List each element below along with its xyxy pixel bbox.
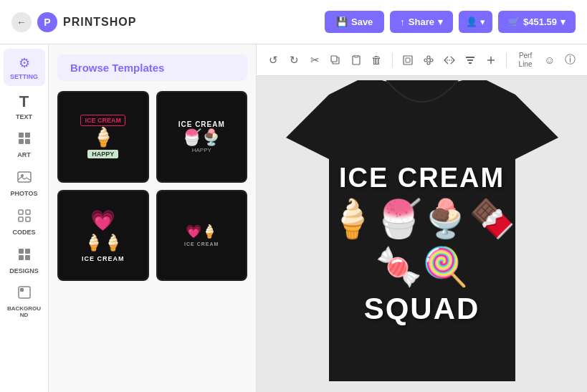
svg-rect-20 — [404, 56, 412, 64]
user-icon: 👤 — [466, 16, 477, 27]
flip-button[interactable] — [441, 50, 457, 70]
main-area: ⚙ SETTING T TEXT ART — [0, 44, 587, 392]
svg-rect-7 — [26, 210, 30, 214]
save-button[interactable]: 💾 Save — [325, 11, 384, 33]
svg-rect-8 — [19, 217, 23, 221]
header-right: 💾 Save ↑ Share ▾ 👤 ▾ 🛒 $451.59 ▾ — [325, 11, 576, 33]
tshirt-icons: 🍦🍧🍨🍫🍬🍭 — [322, 195, 522, 292]
emoji-button[interactable]: ☺ — [541, 50, 558, 70]
toolbar: ↺ ↻ ✂ 🗑 — [257, 44, 587, 76]
tshirt-squad: SQUAD — [364, 292, 480, 326]
svg-point-25 — [427, 62, 430, 64]
cut-button[interactable]: ✂ — [307, 50, 323, 70]
sidebar-label-background: BACKGROU ND — [6, 305, 42, 318]
cart-dropdown-icon: ▾ — [560, 16, 565, 27]
background-icon — [17, 285, 32, 303]
group-button[interactable] — [421, 50, 437, 70]
svg-rect-17 — [331, 56, 337, 62]
share-label: Share — [409, 16, 434, 27]
toolbar-separator-2 — [506, 53, 507, 67]
svg-point-24 — [430, 59, 433, 62]
svg-point-5 — [21, 174, 24, 177]
logo-text: PRINTSHOP — [63, 16, 136, 29]
svg-rect-13 — [25, 255, 30, 260]
svg-rect-2 — [19, 139, 24, 144]
designs-icon — [17, 247, 32, 265]
sidebar-label-designs: DESIGNS — [9, 267, 39, 274]
svg-rect-1 — [25, 133, 30, 138]
sidebar-item-text[interactable]: T TEXT — [4, 87, 45, 125]
browse-templates-button[interactable]: Browse Templates — [57, 54, 247, 81]
copy-button[interactable] — [327, 50, 343, 70]
svg-rect-29 — [469, 62, 472, 64]
save-icon: 💾 — [336, 16, 348, 27]
templates-panel: Browse Templates ICE CREAM 🍦 HAPPY ICE C… — [49, 44, 257, 392]
sidebar-label-photos: PHOTOS — [11, 190, 38, 197]
sidebar-item-art[interactable]: ART — [4, 126, 45, 163]
border-button[interactable] — [400, 50, 416, 70]
template-grid: ICE CREAM 🍦 HAPPY ICE CREAM 🍧🍨 HAPPY — [57, 91, 247, 281]
svg-rect-27 — [466, 57, 474, 58]
template-card-4[interactable]: 💗🍦 ICE CREAM — [156, 190, 248, 282]
svg-rect-0 — [19, 133, 24, 138]
align-button[interactable] — [462, 50, 478, 70]
user-button[interactable]: 👤 ▾ — [459, 11, 492, 33]
codes-icon — [17, 209, 32, 226]
svg-rect-19 — [354, 55, 358, 57]
tshirt-title: ICE CREAM — [339, 163, 505, 193]
svg-rect-11 — [25, 249, 30, 254]
svg-rect-15 — [20, 288, 24, 292]
user-dropdown-icon: ▾ — [480, 16, 485, 27]
sidebar-item-designs[interactable]: DESIGNS — [4, 242, 45, 279]
svg-rect-9 — [26, 217, 30, 221]
svg-rect-28 — [467, 59, 473, 61]
sidebar-item-setting[interactable]: ⚙ SETTING — [4, 49, 45, 86]
info-button[interactable]: ⓘ — [562, 50, 578, 70]
share-dropdown-icon: ▾ — [438, 16, 443, 27]
sidebar-label-codes: CODES — [12, 229, 35, 236]
sidebar-label-art: ART — [17, 151, 31, 158]
svg-rect-3 — [25, 139, 30, 144]
tshirt-container: ICE CREAM 🍦🍧🍨🍫🍬🍭 SQUAD — [286, 80, 558, 388]
sidebar-label-setting: SETTING — [10, 73, 38, 80]
svg-rect-6 — [19, 210, 23, 214]
save-label: Save — [351, 16, 373, 27]
art-icon — [17, 131, 32, 149]
canvas[interactable]: ICE CREAM 🍦🍧🍨🍫🍬🍭 SQUAD — [257, 76, 587, 392]
setting-icon: ⚙ — [19, 55, 30, 71]
perf-line-label: Perf Line — [514, 52, 538, 69]
share-button[interactable]: ↑ Share ▾ — [390, 11, 453, 33]
sidebar-label-text: TEXT — [16, 113, 32, 120]
template-card-3[interactable]: 💗 🍦🍦 ICE CREAM — [57, 190, 149, 282]
cart-icon: 🛒 — [508, 16, 520, 27]
svg-point-23 — [427, 56, 430, 59]
share-icon: ↑ — [400, 16, 405, 27]
svg-rect-10 — [19, 249, 24, 254]
toolbar-separator-1 — [392, 53, 393, 67]
svg-rect-4 — [18, 172, 31, 182]
header: ← P PRINTSHOP 💾 Save ↑ Share ▾ 👤 ▾ 🛒 $45… — [0, 0, 587, 44]
canvas-area: ↺ ↻ ✂ 🗑 — [257, 44, 587, 392]
svg-rect-12 — [19, 255, 24, 260]
header-left: ← P PRINTSHOP — [11, 12, 136, 32]
template-card-2[interactable]: ICE CREAM 🍧🍨 HAPPY — [156, 91, 248, 183]
svg-point-22 — [424, 59, 427, 62]
undo-button[interactable]: ↺ — [265, 50, 282, 70]
paste-button[interactable] — [348, 50, 364, 70]
photos-icon — [17, 170, 32, 188]
svg-rect-21 — [406, 58, 410, 62]
back-button[interactable]: ← — [11, 12, 32, 32]
sidebar-item-photos[interactable]: PHOTOS — [4, 165, 45, 202]
template-card-1[interactable]: ICE CREAM 🍦 HAPPY — [57, 91, 149, 183]
tshirt-content: ICE CREAM 🍦🍧🍨🍫🍬🍭 SQUAD — [322, 142, 522, 326]
sidebar-item-codes[interactable]: CODES — [4, 204, 45, 241]
sidebar-icons: ⚙ SETTING T TEXT ART — [0, 44, 49, 392]
more-button[interactable] — [482, 50, 499, 70]
cart-button[interactable]: 🛒 $451.59 ▾ — [498, 11, 576, 33]
logo-icon: P — [37, 12, 57, 32]
cart-amount: $451.59 — [523, 16, 557, 27]
redo-button[interactable]: ↻ — [286, 50, 302, 70]
text-icon: T — [19, 92, 29, 111]
delete-button[interactable]: 🗑 — [368, 50, 385, 70]
sidebar-item-background[interactable]: BACKGROU ND — [4, 281, 45, 322]
